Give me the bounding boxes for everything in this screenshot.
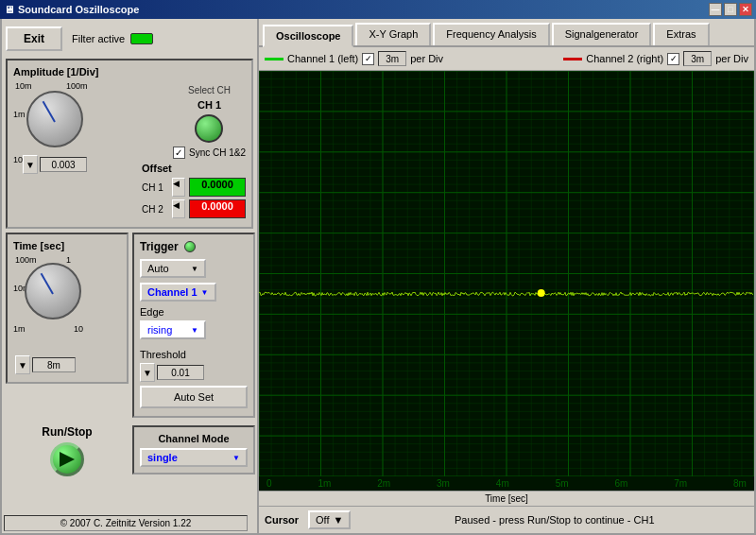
ch1-info: Channel 1 (left) ✓ per Div [265,51,443,66]
time-unit-label: Time [sec] [259,491,754,506]
ch1-offset-button[interactable]: ◀ [172,178,185,197]
time-trigger-area: Time [sec] 100m 1 10m 1m 10 ▼ [6,233,253,422]
amp-10m-label: 10m [15,81,32,91]
time-10-label: 10 [74,324,83,334]
knob-indicator [43,101,56,123]
tab-extras[interactable]: Extras [653,23,709,45]
time-knob[interactable] [25,263,81,319]
copyright-text: © 2007 C. Zeitnitz Version 1.22 [4,515,248,531]
amplitude-knob[interactable] [26,91,83,147]
time-1m-label: 1m [13,324,26,334]
ch1-color-line [265,58,284,60]
run-channel-area: Run/Stop Channel Mode single ▼ [6,425,253,501]
time-axis-row: 0 1m 2m 3m 4m 5m 6m 7m 8m [259,476,754,491]
time-decrement-button[interactable]: ▼ [15,355,30,374]
amp-100m-label: 100m [66,81,88,91]
ch2-checkbox[interactable]: ✓ [667,53,679,65]
minimize-button[interactable]: — [709,3,722,16]
time-5m: 5m [556,478,569,489]
threshold-input[interactable] [157,365,204,380]
ch2-offset-button[interactable]: ◀ [172,199,185,218]
edge-arrow: ▼ [191,326,198,335]
amplitude-value-input[interactable] [40,157,87,172]
filter-active-label: Filter active [72,33,153,44]
ch2-offset-input[interactable]: 0.0000 [189,199,246,218]
trigger-channel-row: Channel 1 ▼ [140,283,248,302]
oscilloscope-display [259,71,754,476]
time-0: 0 [266,478,272,489]
amplitude-section: Amplitude [1/Div] 10m 100m 1m 100u 1 ▼ S… [6,59,253,229]
app-body: Exit Filter active Amplitude [1/Div] 10m… [0,19,756,535]
amplitude-title: Amplitude [1/Div] [13,66,246,78]
time-2m: 2m [377,478,390,489]
cursor-dropdown[interactable]: Off ▼ [308,510,351,529]
channel-mode-label: Channel Mode [140,433,248,444]
trigger-mode-dropdown[interactable]: Auto ▼ [140,259,206,278]
tab-xy-graph[interactable]: X-Y Graph [355,23,431,45]
maximize-button[interactable]: □ [724,3,737,16]
time-knob-indicator [41,273,54,295]
time-4m: 4m [496,478,509,489]
run-stop-label: Run/Stop [6,425,129,439]
filter-led [130,33,153,44]
time-section: Time [sec] 100m 1 10m 1m 10 ▼ [6,233,129,384]
edge-dropdown[interactable]: rising ▼ [140,320,206,339]
channel-mode-arrow: ▼ [232,454,240,462]
time-3m: 3m [437,478,450,489]
amp-decrement-button[interactable]: ▼ [23,155,38,174]
edge-row: rising ▼ [140,320,248,344]
trigger-led [184,241,196,252]
tab-oscilloscope[interactable]: Oscilloscope [263,25,353,47]
tab-frequency-analysis[interactable]: Frequency Analysis [433,23,549,45]
run-stop-button[interactable] [50,442,84,476]
ch2-offset-label: CH 2 [142,204,168,215]
title-bar: 🖥 Soundcard Oszilloscope — □ ✕ [0,0,756,19]
threshold-decrement-button[interactable]: ▼ [140,363,155,382]
sync-row: ✓ Sync CH 1&2 [173,147,246,159]
ch2-per-div-input[interactable] [683,51,712,66]
right-panel: Oscilloscope X-Y Graph Frequency Analysi… [257,19,754,533]
select-ch-area: Select CH CH 1 ✓ Sync CH 1&2 [173,85,246,159]
ch1-info-label: Channel 1 (left) [287,53,358,64]
ch2-per-div-unit: per Div [715,53,748,64]
title-text: Soundcard Oszilloscope [18,4,139,15]
window-controls: — □ ✕ [709,3,752,16]
ch1-per-div-unit: per Div [410,53,443,64]
ch1-checkbox[interactable]: ✓ [362,53,374,65]
tab-bar: Oscilloscope X-Y Graph Frequency Analysi… [259,19,754,47]
channel-mode-dropdown[interactable]: single ▼ [140,448,248,467]
amp-1m-label: 1m [13,110,26,119]
channel-mode-section: Channel Mode single ▼ [132,425,255,475]
ch1-per-div-input[interactable] [378,51,406,66]
ch2-offset-row: CH 2 ◀ 0.0000 [142,199,246,218]
time-value-input[interactable] [32,357,76,372]
close-button[interactable]: ✕ [739,3,752,16]
ch1-offset-input[interactable]: 0.0000 [189,178,246,197]
trigger-title: Trigger [140,240,248,253]
bottom-bar: Cursor Off ▼ Paused - press Run/Stop to … [259,506,754,533]
offset-title: Offset [142,163,246,174]
run-stop-area: Run/Stop [6,425,129,476]
time-6m: 6m [614,478,627,489]
time-1m: 1m [318,478,331,489]
cursor-arrow: ▼ [334,514,344,526]
trigger-mode-row: Auto ▼ [140,259,248,278]
ch1-led [195,114,223,143]
ch2-info-label: Channel 2 (right) [586,53,663,64]
exit-button[interactable]: Exit [6,26,62,51]
cursor-label: Cursor [265,514,299,526]
time-100m-label: 100m [15,255,37,265]
osc-canvas [259,71,754,476]
time-7m: 7m [674,478,687,489]
app-icon: 🖥 [4,4,14,15]
tab-signalgenerator[interactable]: Signalgenerator [552,23,652,45]
trigger-channel-dropdown[interactable]: Channel 1 ▼ [140,283,216,302]
sync-checkbox[interactable]: ✓ [173,147,185,159]
auto-set-button[interactable]: Auto Set [140,386,248,408]
time-1-label: 1 [66,255,71,265]
time-title: Time [sec] [13,240,121,251]
select-ch-label: Select CH [173,85,246,95]
sync-label: Sync CH 1&2 [189,147,246,158]
ch1-offset-label: CH 1 [142,182,168,193]
ch2-info: Channel 2 (right) ✓ per Div [563,51,748,66]
